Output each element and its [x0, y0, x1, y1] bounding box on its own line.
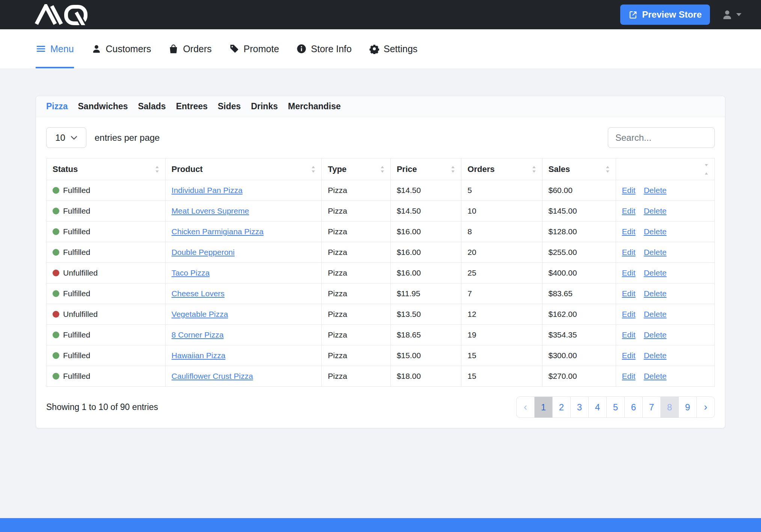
edit-link[interactable]: Edit [622, 351, 636, 360]
tab-sandwiches[interactable]: Sandwiches [78, 101, 128, 112]
column-header-sales[interactable]: Sales [542, 158, 616, 180]
nav-label: Menu [50, 44, 74, 54]
delete-link[interactable]: Delete [644, 248, 667, 256]
column-header-actions[interactable] [616, 158, 714, 180]
pagination-page-8[interactable]: 8 [660, 396, 679, 418]
nav-item-customers[interactable]: Customers [91, 29, 151, 68]
table-row: Unfulfilled Taco Pizza Pizza $16.00 25 $… [47, 263, 715, 283]
product-link[interactable]: 8 Corner Pizza [172, 330, 224, 339]
nav-item-store-info[interactable]: Store Info [296, 29, 351, 68]
status-label: Fulfilled [63, 330, 90, 339]
product-link[interactable]: Cheese Lovers [172, 289, 225, 298]
delete-link[interactable]: Delete [644, 372, 667, 380]
actions-cell: EditDelete [616, 263, 714, 283]
sales-cell: $270.00 [542, 366, 616, 387]
nav-label: Customers [106, 44, 151, 54]
delete-link[interactable]: Delete [644, 227, 667, 236]
column-header-orders[interactable]: Orders [461, 158, 542, 180]
product-cell: Cheese Lovers [165, 283, 322, 304]
product-cell: Taco Pizza [165, 263, 322, 283]
column-header-status[interactable]: Status [47, 158, 166, 180]
status-dot-icon [53, 311, 59, 318]
edit-link[interactable]: Edit [622, 268, 636, 277]
product-link[interactable]: Taco Pizza [172, 268, 210, 277]
sort-icon [606, 166, 610, 173]
status-label: Fulfilled [63, 206, 90, 215]
sort-icon [704, 162, 708, 177]
tab-entrees[interactable]: Entrees [176, 101, 208, 112]
menu-card: Pizza Sandwiches Salads Entrees Sides Dr… [36, 96, 725, 428]
product-link[interactable]: Meat Lovers Supreme [172, 206, 249, 215]
product-link[interactable]: Hawaiian Pizza [172, 351, 226, 360]
orders-cell: 12 [461, 304, 542, 325]
sales-cell: $128.00 [542, 222, 616, 242]
tab-pizza[interactable]: Pizza [46, 101, 68, 112]
product-link[interactable]: Chicken Parmigiana Pizza [172, 227, 264, 236]
edit-link[interactable]: Edit [622, 206, 636, 215]
product-link[interactable]: Individual Pan Pizza [172, 186, 243, 194]
page-content: Pizza Sandwiches Salads Entrees Sides Dr… [0, 68, 761, 428]
main-nav: Menu Customers Orders Promote [0, 29, 761, 68]
edit-link[interactable]: Edit [622, 310, 636, 318]
pagination-page-5[interactable]: 5 [606, 396, 625, 418]
price-cell: $14.50 [390, 201, 461, 222]
status-label: Fulfilled [63, 227, 90, 236]
orders-cell: 19 [461, 325, 542, 345]
nav-item-menu[interactable]: Menu [36, 29, 74, 68]
pagination-page-6[interactable]: 6 [624, 396, 643, 418]
entries-per-page-select[interactable]: 10 [46, 127, 86, 148]
edit-link[interactable]: Edit [622, 186, 636, 194]
sort-icon [532, 166, 536, 173]
column-header-type[interactable]: Type [322, 158, 390, 180]
pagination-page-2[interactable]: 2 [552, 396, 571, 418]
product-link[interactable]: Double Pepperoni [172, 248, 235, 256]
product-link[interactable]: Vegetable Pizza [172, 310, 228, 318]
column-header-price[interactable]: Price [390, 158, 461, 180]
delete-link[interactable]: Delete [644, 330, 667, 339]
type-cell: Pizza [322, 201, 390, 222]
user-icon [721, 9, 733, 21]
edit-link[interactable]: Edit [622, 372, 636, 380]
edit-link[interactable]: Edit [622, 248, 636, 256]
delete-link[interactable]: Delete [644, 351, 667, 360]
pagination-page-1[interactable]: 1 [534, 396, 553, 418]
column-header-product[interactable]: Product [165, 158, 322, 180]
orders-cell: 10 [461, 201, 542, 222]
nav-item-settings[interactable]: Settings [369, 29, 417, 68]
edit-link[interactable]: Edit [622, 227, 636, 236]
tab-merchandise[interactable]: Merchandise [288, 101, 341, 112]
sort-icon [380, 166, 384, 173]
price-cell: $18.65 [390, 325, 461, 345]
tab-sides[interactable]: Sides [218, 101, 241, 112]
sort-icon [451, 166, 455, 173]
delete-link[interactable]: Delete [644, 206, 667, 215]
delete-link[interactable]: Delete [644, 268, 667, 277]
nav-item-promote[interactable]: Promote [229, 29, 279, 68]
tab-drinks[interactable]: Drinks [251, 101, 278, 112]
delete-link[interactable]: Delete [644, 289, 667, 298]
tab-salads[interactable]: Salads [138, 101, 166, 112]
user-menu-button[interactable] [721, 9, 741, 21]
pagination-page-9[interactable]: 9 [678, 396, 697, 418]
store-logo[interactable] [34, 4, 98, 25]
pagination-page-3[interactable]: 3 [570, 396, 589, 418]
sales-cell: $60.00 [542, 180, 616, 201]
delete-link[interactable]: Delete [644, 186, 667, 194]
delete-link[interactable]: Delete [644, 310, 667, 318]
pagination-page-4[interactable]: 4 [588, 396, 607, 418]
orders-cell: 7 [461, 283, 542, 304]
edit-link[interactable]: Edit [622, 330, 636, 339]
pagination-page-7[interactable]: 7 [642, 396, 661, 418]
table-row: Fulfilled Chicken Parmigiana Pizza Pizza… [47, 222, 715, 242]
edit-link[interactable]: Edit [622, 289, 636, 298]
preview-store-button[interactable]: Preview Store [620, 5, 710, 25]
status-dot-icon [53, 352, 59, 359]
nav-label: Settings [384, 44, 417, 54]
status-dot-icon [53, 208, 59, 214]
search-input[interactable] [608, 127, 715, 148]
nav-item-orders[interactable]: Orders [168, 29, 211, 68]
product-link[interactable]: Cauliflower Crust Pizza [172, 372, 253, 380]
pagination-next[interactable]: › [696, 396, 715, 418]
status-cell: Fulfilled [47, 283, 166, 304]
pagination-prev[interactable]: ‹ [516, 396, 535, 418]
